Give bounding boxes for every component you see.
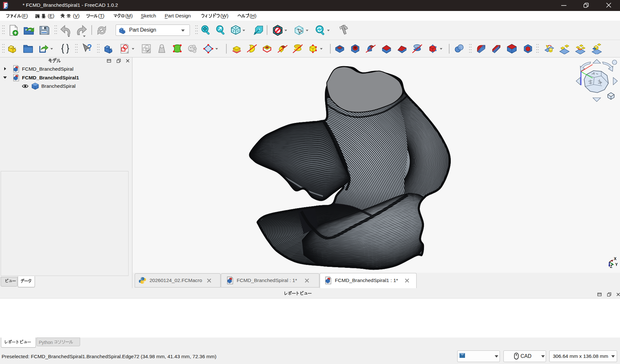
svg-text:Z: Z [610, 264, 612, 269]
svg-text:Python: Python [39, 340, 53, 345]
svg-text:X: X [614, 257, 616, 261]
svg-text:Y: Y [615, 262, 618, 267]
